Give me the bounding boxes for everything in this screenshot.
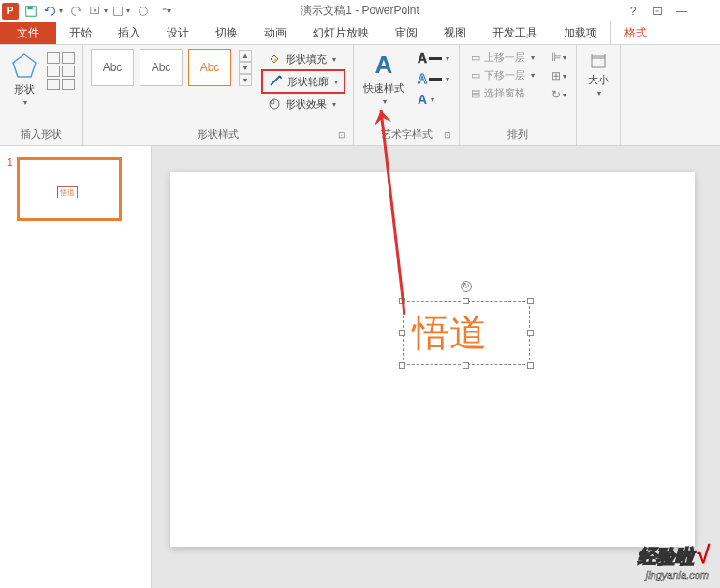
start-from-beginning-button[interactable]: ▾ <box>88 2 109 21</box>
group-label-arrange: 排列 <box>467 125 568 145</box>
group-insert-shapes: 形状 ▾ 插入形状 <box>0 45 83 145</box>
effects-icon <box>267 96 282 111</box>
handle-bottom-left[interactable] <box>399 362 405 369</box>
svg-rect-3 <box>114 7 123 15</box>
arrange-options: ▭上移一层▾ ▭下移一层▾ ▤选择窗格 <box>467 49 538 102</box>
gallery-down[interactable]: ▼ <box>239 62 252 74</box>
tab-slideshow[interactable]: 幻灯片放映 <box>300 22 382 44</box>
shape-effects-label: 形状效果 <box>286 97 327 111</box>
text-effects-button[interactable]: A▾ <box>416 90 451 109</box>
shapes-button[interactable]: 形状 ▾ <box>7 49 41 109</box>
tab-transitions[interactable]: 切换 <box>202 22 251 44</box>
group-shape-styles: Abc Abc Abc ▲ ▼ ▾ 形状填充▾ 形状轮廓▾ <box>83 45 354 145</box>
watermark-main: 经验啦 <box>638 544 694 569</box>
svg-rect-1 <box>28 6 33 9</box>
shape-format-options: 形状填充▾ 形状轮廓▾ 形状效果▾ <box>261 49 345 114</box>
arrange-icon-buttons: ⊫▾ ⊞▾ ↻▾ <box>550 49 568 103</box>
shape-fill-label: 形状填充 <box>286 52 327 66</box>
handle-middle-right[interactable] <box>527 330 534 336</box>
qat-customize[interactable]: ⁼▾ <box>155 2 176 21</box>
slide-thumb-container: 1 悟道 <box>7 157 143 221</box>
text-outline-button[interactable]: A▾ <box>416 69 451 88</box>
bring-forward-button[interactable]: ▭上移一层▾ <box>467 49 538 66</box>
selection-pane-button[interactable]: ▤选择窗格 <box>467 84 538 102</box>
ribbon: 形状 ▾ 插入形状 Abc Abc Abc ▲ ▼ ▾ <box>0 45 720 146</box>
size-label: 大小 <box>588 73 609 87</box>
quick-access-toolbar: P ▾ ▾ ▾ ⁼▾ <box>0 2 176 21</box>
selection-pane-icon: ▤ <box>471 87 480 99</box>
selected-textbox[interactable]: 悟道 <box>403 301 530 365</box>
group-arrange: ▭上移一层▾ ▭下移一层▾ ▤选择窗格 ⊫▾ ⊞▾ ↻▾ 排列 <box>460 45 577 145</box>
rotate-button[interactable]: ↻▾ <box>550 86 568 103</box>
ribbon-display-button[interactable] <box>647 2 668 21</box>
save-button[interactable] <box>21 2 41 21</box>
tab-format[interactable]: 格式 <box>610 22 660 44</box>
svg-rect-9 <box>592 58 605 67</box>
slide-canvas[interactable]: 悟道 <box>170 172 695 547</box>
slide-number: 1 <box>7 157 13 221</box>
handle-bottom-middle[interactable] <box>463 362 469 369</box>
canvas-area: 悟道 <box>152 146 720 588</box>
style-item-2[interactable]: Abc <box>140 49 183 86</box>
window-title: 演示文稿1 - PowerPoint <box>301 3 419 19</box>
shape-mini-gallery[interactable] <box>47 52 75 90</box>
shape-outline-label: 形状轮廓 <box>287 75 329 89</box>
shape-fill-button[interactable]: 形状填充▾ <box>261 49 345 69</box>
group-label-size <box>584 128 612 145</box>
send-backward-icon: ▭ <box>471 69 480 81</box>
size-button[interactable]: 大小 ▾ <box>584 49 612 101</box>
thumb-textbox: 悟道 <box>57 186 78 198</box>
svg-marker-6 <box>13 54 36 77</box>
undo-button[interactable]: ▾ <box>43 2 64 21</box>
handle-bottom-right[interactable] <box>527 362 534 369</box>
tab-design[interactable]: 设计 <box>154 22 202 44</box>
handle-top-middle[interactable] <box>463 298 469 304</box>
tab-home[interactable]: 开始 <box>56 22 105 44</box>
ribbon-tabs: 文件 开始 插入 设计 切换 动画 幻灯片放映 审阅 视图 开发工具 加载项 格… <box>0 22 720 45</box>
tab-review[interactable]: 审阅 <box>382 22 431 44</box>
svg-point-4 <box>140 7 148 15</box>
qat-button-2[interactable] <box>133 2 154 21</box>
watermark-sub: jingyanla.com <box>638 569 709 581</box>
shape-styles-launcher[interactable]: ⊡ <box>338 130 349 141</box>
shapes-label: 形状 <box>14 82 35 96</box>
tab-insert[interactable]: 插入 <box>105 22 154 44</box>
style-item-1[interactable]: Abc <box>91 49 134 86</box>
qat-button-1[interactable]: ▾ <box>110 2 131 21</box>
send-backward-button[interactable]: ▭下移一层▾ <box>467 66 538 84</box>
shape-style-gallery: Abc Abc Abc ▲ ▼ ▾ <box>91 49 252 86</box>
quick-styles-button[interactable]: A 快速样式 ▾ <box>361 49 406 108</box>
tab-developer[interactable]: 开发工具 <box>479 22 551 44</box>
powerpoint-icon: P <box>2 3 19 20</box>
tab-file[interactable]: 文件 <box>0 22 56 44</box>
tab-view[interactable]: 视图 <box>431 22 479 44</box>
tab-animations[interactable]: 动画 <box>251 22 300 44</box>
fill-icon <box>267 51 282 66</box>
gallery-up[interactable]: ▲ <box>239 50 252 62</box>
handle-middle-left[interactable] <box>399 330 405 336</box>
gallery-more[interactable]: ▾ <box>239 74 252 86</box>
minimize-button[interactable]: — <box>671 2 692 21</box>
style-item-3[interactable]: Abc <box>188 49 231 86</box>
rotate-handle[interactable] <box>461 281 472 292</box>
svg-point-8 <box>271 100 274 104</box>
titlebar: P ▾ ▾ ▾ ⁼▾ 演示文稿1 - PowerPoint ? — <box>0 0 720 22</box>
shape-effects-button[interactable]: 形状效果▾ <box>261 94 345 114</box>
text-fill-button[interactable]: A▾ <box>416 49 451 67</box>
outline-icon <box>269 74 284 89</box>
help-button[interactable]: ? <box>623 2 643 21</box>
group-size: 大小 ▾ <box>577 45 621 145</box>
wordart-launcher[interactable]: ⊡ <box>444 130 455 141</box>
group-button[interactable]: ⊞▾ <box>550 67 568 84</box>
group-label-wordart: 艺术字样式 <box>361 125 451 145</box>
slide-thumbnail[interactable]: 悟道 <box>17 157 122 221</box>
watermark-check: √ <box>696 540 709 569</box>
align-button[interactable]: ⊫▾ <box>550 49 568 66</box>
group-label-insert-shapes: 插入形状 <box>7 125 75 145</box>
quick-styles-label: 快速样式 <box>363 81 404 96</box>
handle-top-left[interactable] <box>399 298 405 304</box>
handle-top-right[interactable] <box>527 298 534 304</box>
tab-addins[interactable]: 加载项 <box>551 22 610 44</box>
shape-outline-button[interactable]: 形状轮廓▾ <box>261 69 345 94</box>
redo-button[interactable] <box>66 2 86 21</box>
